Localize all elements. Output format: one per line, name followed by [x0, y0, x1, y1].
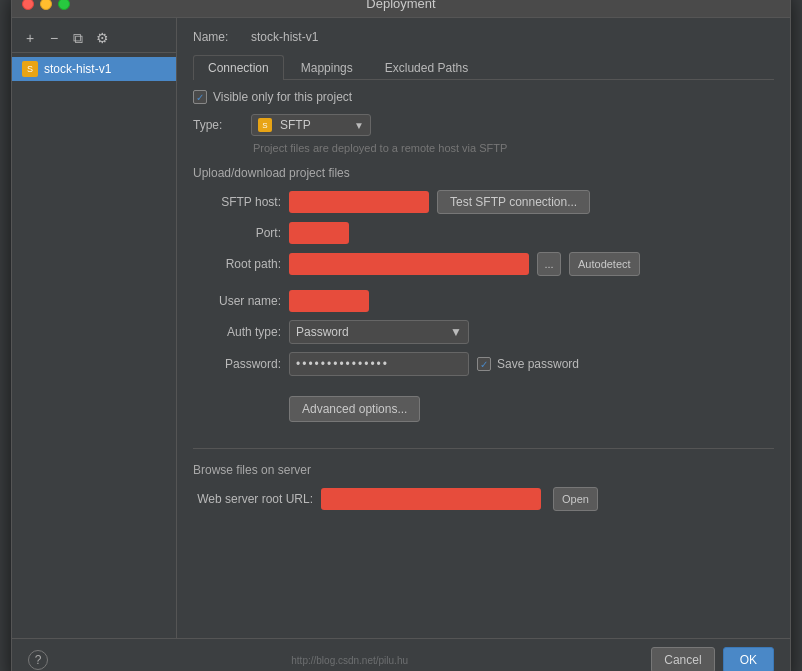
root-path-label: Root path: — [193, 257, 281, 271]
ok-button[interactable]: OK — [723, 647, 774, 671]
window-controls — [22, 0, 70, 10]
sftp-host-redacted — [289, 191, 429, 213]
advanced-options-button[interactable]: Advanced options... — [289, 396, 420, 422]
username-redacted — [289, 290, 369, 312]
window-title: Deployment — [366, 0, 435, 11]
cancel-button[interactable]: Cancel — [651, 647, 714, 671]
sidebar-toolbar: + − ⧉ ⚙ — [12, 24, 176, 53]
root-path-browse-button[interactable]: ... — [537, 252, 561, 276]
save-password-row: Save password — [477, 357, 579, 371]
sidebar: + − ⧉ ⚙ S stock-hist-v1 — [12, 18, 177, 638]
web-root-redacted — [321, 488, 541, 510]
auth-type-value: Password — [296, 325, 450, 339]
deployment-window: Deployment + − ⧉ ⚙ S stock-hist-v1 Name:… — [11, 0, 791, 671]
remove-server-button[interactable]: − — [44, 28, 64, 48]
sidebar-item-stock-hist[interactable]: S stock-hist-v1 — [12, 57, 176, 81]
username-row: User name: — [193, 290, 774, 312]
auth-dropdown-arrow-icon: ▼ — [450, 325, 462, 339]
username-label: User name: — [193, 294, 281, 308]
tab-bar: Connection Mappings Excluded Paths — [193, 54, 774, 80]
copy-server-button[interactable]: ⧉ — [68, 28, 88, 48]
close-button[interactable] — [22, 0, 34, 10]
port-label: Port: — [193, 226, 281, 240]
dropdown-arrow-icon: ▼ — [354, 120, 364, 131]
sftp-host-row: SFTP host: Test SFTP connection... — [193, 190, 774, 214]
advanced-options-row: Advanced options... — [289, 396, 774, 422]
server-icon: S — [22, 61, 38, 77]
tab-excluded-paths[interactable]: Excluded Paths — [370, 55, 483, 80]
browse-section-label: Browse files on server — [193, 463, 774, 477]
minimize-button[interactable] — [40, 0, 52, 10]
name-label: Name: — [193, 30, 243, 44]
password-label: Password: — [193, 357, 281, 371]
root-path-row: Root path: ... Autodetect — [193, 252, 774, 276]
maximize-button[interactable] — [58, 0, 70, 10]
port-redacted — [289, 222, 349, 244]
type-value: SFTP — [280, 118, 311, 132]
type-row: Type: S SFTP ▼ — [193, 114, 774, 136]
visible-only-row: Visible only for this project — [193, 90, 774, 104]
save-password-checkbox[interactable] — [477, 357, 491, 371]
save-password-label: Save password — [497, 357, 579, 371]
password-input[interactable] — [289, 352, 469, 376]
web-root-label: Web server root URL: — [193, 492, 313, 506]
tab-connection[interactable]: Connection — [193, 55, 284, 80]
help-button[interactable]: ? — [28, 650, 48, 670]
auth-type-label: Auth type: — [193, 325, 281, 339]
open-button[interactable]: Open — [553, 487, 598, 511]
password-row: Password: Save password — [193, 352, 774, 376]
sftp-hint: Project files are deployed to a remote h… — [193, 142, 774, 154]
web-root-row: Web server root URL: Open — [193, 487, 774, 511]
upload-section-label: Upload/download project files — [193, 166, 774, 180]
tab-mappings[interactable]: Mappings — [286, 55, 368, 80]
sidebar-item-label: stock-hist-v1 — [44, 62, 111, 76]
title-bar: Deployment — [12, 0, 790, 18]
port-row: Port: — [193, 222, 774, 244]
name-row: Name: stock-hist-v1 — [193, 30, 774, 44]
type-label: Type: — [193, 118, 243, 132]
root-path-redacted — [289, 253, 529, 275]
test-sftp-button[interactable]: Test SFTP connection... — [437, 190, 590, 214]
window-body: + − ⧉ ⚙ S stock-hist-v1 Name: stock-hist… — [12, 18, 790, 638]
sftp-icon: S — [258, 118, 272, 132]
autodetect-button[interactable]: Autodetect — [569, 252, 640, 276]
visible-only-label: Visible only for this project — [213, 90, 352, 104]
main-panel: Name: stock-hist-v1 Connection Mappings … — [177, 18, 790, 638]
settings-server-button[interactable]: ⚙ — [92, 28, 112, 48]
divider — [193, 448, 774, 449]
bottom-bar: ? http://blog.csdn.net/pilu.hu Cancel OK — [12, 638, 790, 671]
type-dropdown[interactable]: S SFTP ▼ — [251, 114, 371, 136]
bottom-right-buttons: Cancel OK — [651, 647, 774, 671]
watermark: http://blog.csdn.net/pilu.hu — [291, 655, 408, 666]
visible-only-checkbox[interactable] — [193, 90, 207, 104]
auth-type-row: Auth type: Password ▼ — [193, 320, 774, 344]
name-value: stock-hist-v1 — [251, 30, 318, 44]
auth-type-dropdown[interactable]: Password ▼ — [289, 320, 469, 344]
sftp-host-label: SFTP host: — [193, 195, 281, 209]
add-server-button[interactable]: + — [20, 28, 40, 48]
